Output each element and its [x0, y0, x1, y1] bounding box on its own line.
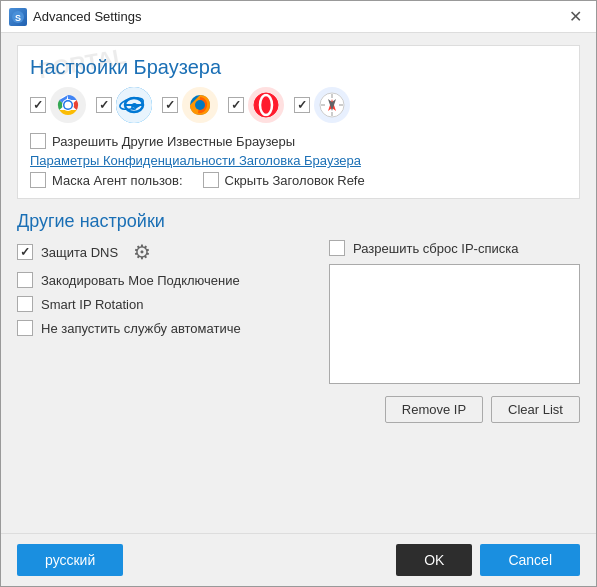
ok-button[interactable]: OK: [396, 544, 472, 576]
no-service-label: Не запустить службу автоматиче: [41, 321, 241, 336]
window-title: Advanced Settings: [33, 9, 562, 24]
svg-point-14: [195, 100, 205, 110]
svg-text:S: S: [15, 13, 21, 23]
cancel-button[interactable]: Cancel: [480, 544, 580, 576]
svg-text:e: e: [131, 99, 138, 113]
other-section-title: Другие настройки: [17, 211, 580, 232]
other-settings-left: Защита DNS ⚙ Закодировать Мое Подключени…: [17, 240, 317, 423]
browser-icons-row: e: [30, 87, 567, 123]
hide-referer-checkbox[interactable]: [203, 172, 219, 188]
allow-browsers-row: Разрешить Другие Известные Браузеры: [30, 133, 567, 149]
svg-point-6: [65, 102, 72, 109]
firefox-checkbox[interactable]: [162, 97, 178, 113]
browser-section-title: Настройки Браузера: [30, 56, 567, 79]
chrome-icon: [50, 87, 86, 123]
dns-row: Защита DNS ⚙: [17, 240, 317, 264]
close-button[interactable]: ✕: [562, 4, 588, 30]
remove-ip-button[interactable]: Remove IP: [385, 396, 483, 423]
no-service-row: Не запустить службу автоматиче: [17, 320, 317, 336]
encode-row: Закодировать Мое Подключение: [17, 272, 317, 288]
privacy-link[interactable]: Параметры Конфиденциальности Заголовка Б…: [30, 153, 567, 168]
gear-icon[interactable]: ⚙: [130, 240, 154, 264]
allow-reset-row: Разрешить сброс IP-списка: [329, 240, 580, 256]
mask-agent-checkbox[interactable]: [30, 172, 46, 188]
titlebar: S Advanced Settings ✕: [1, 1, 596, 33]
dns-checkbox[interactable]: [17, 244, 33, 260]
smart-ip-checkbox[interactable]: [17, 296, 33, 312]
safari-icon: [314, 87, 350, 123]
app-icon: S: [9, 8, 27, 26]
ie-icon: e: [116, 87, 152, 123]
smart-ip-row: Smart IP Rotation: [17, 296, 317, 312]
hide-referer-item: Скрыть Заголовок Refe: [203, 172, 365, 188]
allow-browsers-label: Разрешить Другие Известные Браузеры: [52, 134, 295, 149]
ie-checkbox[interactable]: [96, 97, 112, 113]
browser-item-firefox: [162, 87, 218, 123]
safari-checkbox[interactable]: [294, 97, 310, 113]
firefox-icon: [182, 87, 218, 123]
chrome-checkbox[interactable]: [30, 97, 46, 113]
ip-buttons-row: Remove IP Clear List: [329, 396, 580, 423]
browser-section: PORTAL Настройки Браузера: [17, 45, 580, 199]
browser-item-opera: [228, 87, 284, 123]
browser-item-safari: [294, 87, 350, 123]
language-button[interactable]: русский: [17, 544, 123, 576]
encode-label: Закодировать Мое Подключение: [41, 273, 240, 288]
svg-point-17: [260, 95, 272, 115]
dns-label: Защита DNS: [41, 245, 118, 260]
mask-agent-item: Маска Агент пользов:: [30, 172, 183, 188]
other-settings-section: Другие настройки Защита DNS ⚙ Закодирова…: [17, 207, 580, 423]
smart-ip-label: Smart IP Rotation: [41, 297, 143, 312]
other-settings-right: Разрешить сброс IP-списка Remove IP Clea…: [329, 240, 580, 423]
clear-list-button[interactable]: Clear List: [491, 396, 580, 423]
ip-list-textarea[interactable]: [329, 264, 580, 384]
content-area: PORTAL Настройки Браузера: [1, 33, 596, 533]
opera-icon: [248, 87, 284, 123]
no-service-checkbox[interactable]: [17, 320, 33, 336]
other-settings-body: Защита DNS ⚙ Закодировать Мое Подключени…: [17, 240, 580, 423]
hide-referer-label: Скрыть Заголовок Refe: [225, 173, 365, 188]
privacy-row: Маска Агент пользов: Скрыть Заголовок Re…: [30, 172, 567, 188]
footer: русский OK Cancel: [1, 533, 596, 586]
allow-reset-label: Разрешить сброс IP-списка: [353, 241, 518, 256]
encode-checkbox[interactable]: [17, 272, 33, 288]
allow-browsers-checkbox[interactable]: [30, 133, 46, 149]
opera-checkbox[interactable]: [228, 97, 244, 113]
allow-reset-checkbox[interactable]: [329, 240, 345, 256]
browser-item-ie: e: [96, 87, 152, 123]
mask-agent-label: Маска Агент пользов:: [52, 173, 183, 188]
browser-item-chrome: [30, 87, 86, 123]
advanced-settings-window: S Advanced Settings ✕ PORTAL Настройки Б…: [0, 0, 597, 587]
